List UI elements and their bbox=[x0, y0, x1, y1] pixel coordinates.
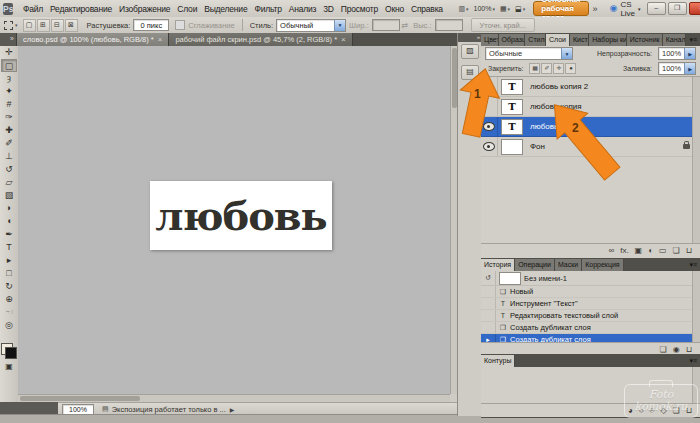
current-tool-selector[interactable]: ▾ bbox=[4, 21, 18, 30]
history-step[interactable]: ❐ Создать дубликат слоя bbox=[481, 322, 700, 334]
shape-tool[interactable]: □ bbox=[1, 267, 17, 280]
tab-color[interactable]: Цвет bbox=[481, 34, 499, 46]
dropdown-arrow-icon[interactable]: ▼ bbox=[561, 48, 572, 59]
width-input[interactable] bbox=[372, 19, 400, 31]
slider-arrow-icon[interactable]: ▶ bbox=[684, 63, 695, 74]
style-dropdown[interactable]: Обычный ▼ bbox=[276, 19, 346, 32]
history-step[interactable]: T Инструмент "Текст" bbox=[481, 298, 700, 310]
screen-mode-icon[interactable]: ⬓▾ bbox=[515, 5, 525, 13]
link-layers-icon[interactable]: ∞ bbox=[608, 245, 614, 257]
subtract-selection-icon[interactable]: ⊟ bbox=[51, 19, 64, 32]
menu-item[interactable]: Редактирование bbox=[47, 1, 116, 17]
slider-arrow-icon[interactable]: ▶ bbox=[684, 48, 695, 59]
layer-style-icon[interactable]: fx. bbox=[620, 245, 628, 257]
dodge-tool[interactable]: ◖ bbox=[1, 215, 17, 228]
blur-tool[interactable]: ◗ bbox=[1, 202, 17, 215]
toolbar-collapse-icon[interactable]: » bbox=[0, 33, 17, 46]
layer-row-selected[interactable]: T любовь bbox=[481, 117, 700, 137]
visibility-toggle[interactable] bbox=[481, 117, 498, 136]
panel-menu-icon[interactable]: ▾≡ bbox=[686, 355, 700, 367]
menu-item[interactable]: Справка bbox=[407, 1, 446, 17]
fill-field[interactable]: 100% ▶ bbox=[658, 62, 696, 75]
eraser-tool[interactable]: ▱ bbox=[1, 176, 17, 189]
blend-mode-dropdown[interactable]: Обычные ▼ bbox=[485, 47, 573, 60]
view-extras-icon[interactable]: ▥▾ bbox=[458, 5, 468, 13]
document-canvas[interactable]: любовь bbox=[150, 181, 332, 250]
hand-tool[interactable]: ☜ bbox=[1, 306, 17, 319]
panel-scrollbar[interactable] bbox=[692, 77, 700, 243]
menu-item[interactable]: Фильтр bbox=[251, 1, 285, 17]
layer-row[interactable]: T любовь копия 2 bbox=[481, 77, 700, 97]
add-selection-icon[interactable]: ⊞ bbox=[37, 19, 50, 32]
tab-channels[interactable]: Каналы bbox=[663, 34, 687, 46]
document-tab-active[interactable]: слово.psd @ 100% (любовь, RGB/8) * × bbox=[17, 33, 169, 46]
menu-item[interactable]: 3D bbox=[320, 1, 337, 17]
tab-brush[interactable]: Кисть bbox=[570, 34, 589, 46]
move-tool[interactable]: ✛ bbox=[1, 46, 17, 59]
swap-dimensions-icon[interactable]: ⇄ bbox=[402, 21, 409, 30]
menu-item[interactable]: Выделение bbox=[201, 1, 251, 17]
history-brush-cell[interactable] bbox=[481, 286, 496, 297]
clone-stamp-tool[interactable]: ⊥ bbox=[1, 150, 17, 163]
tab-masks[interactable]: Маски bbox=[555, 259, 582, 271]
layer-thumbnail[interactable]: T bbox=[501, 99, 523, 115]
path-selection-tool[interactable]: ▸ bbox=[1, 254, 17, 267]
status-expand-icon[interactable]: ▶ bbox=[230, 406, 235, 413]
close-tab-icon[interactable]: × bbox=[158, 35, 163, 44]
dock-panel-icon[interactable]: ▤ bbox=[461, 65, 479, 80]
brush-tool[interactable]: ✐ bbox=[1, 137, 17, 150]
lasso-tool[interactable]: ȝ bbox=[1, 72, 17, 85]
history-step[interactable]: ❏ Новый bbox=[481, 286, 700, 298]
delete-layer-icon[interactable]: ⊔ bbox=[686, 245, 692, 257]
workspace-overflow-button[interactable]: » bbox=[593, 4, 598, 14]
visibility-toggle[interactable] bbox=[481, 137, 498, 156]
restore-button[interactable]: ❐ bbox=[668, 2, 687, 15]
tab-adjustments[interactable]: Коррекция bbox=[582, 259, 623, 271]
menu-item[interactable]: Изображение bbox=[115, 1, 173, 17]
history-step-selected[interactable]: ▸ ❐ Создать дубликат слоя bbox=[481, 334, 700, 342]
layer-row[interactable]: Фон bbox=[481, 137, 700, 157]
antialias-checkbox[interactable] bbox=[175, 20, 185, 30]
zoom-level-control[interactable]: 100%▾ bbox=[474, 5, 495, 12]
history-step[interactable]: T Редактировать текстовый слой bbox=[481, 310, 700, 322]
visibility-toggle[interactable] bbox=[481, 97, 498, 116]
type-tool[interactable]: T bbox=[1, 241, 17, 254]
3d-rotate-tool[interactable]: ↻ bbox=[1, 280, 17, 293]
adjustment-layer-icon[interactable]: ◐ bbox=[648, 245, 653, 257]
menu-item[interactable]: Слои bbox=[174, 1, 201, 17]
layer-thumbnail[interactable]: T bbox=[501, 79, 523, 95]
snapshot-row[interactable]: ↺ Без имени-1 bbox=[481, 271, 700, 286]
close-button[interactable]: × bbox=[689, 2, 700, 15]
panel-menu-icon[interactable]: ▾≡ bbox=[686, 34, 700, 46]
history-brush-cell[interactable] bbox=[481, 310, 496, 321]
dock-expand-icon[interactable]: » bbox=[458, 33, 482, 42]
layer-row[interactable]: T любовь копия bbox=[481, 97, 700, 117]
history-brush-cell[interactable] bbox=[481, 322, 496, 333]
healing-brush-tool[interactable]: ✚ bbox=[1, 124, 17, 137]
history-brush-tool[interactable]: ↺ bbox=[1, 163, 17, 176]
new-selection-icon[interactable]: ▢ bbox=[23, 19, 36, 32]
scrollbar-thumb[interactable] bbox=[20, 396, 140, 401]
document-tab[interactable]: рабочий файл скрин.psd @ 45,7% (2, RGB/8… bbox=[169, 33, 352, 46]
intersect-selection-icon[interactable]: ⊠ bbox=[65, 19, 78, 32]
zoom-tool[interactable]: ◎ bbox=[1, 319, 17, 332]
close-tab-icon[interactable]: × bbox=[341, 35, 346, 44]
tab-paths[interactable]: Контуры bbox=[481, 355, 515, 367]
tab-actions[interactable]: Операции bbox=[515, 259, 555, 271]
quick-mask-button[interactable]: ▣ bbox=[1, 362, 17, 371]
panel-menu-icon[interactable]: ▾≡ bbox=[686, 259, 700, 271]
minimize-button[interactable]: – bbox=[647, 2, 666, 15]
height-input[interactable] bbox=[435, 19, 463, 31]
menu-item[interactable]: Файл bbox=[19, 1, 46, 17]
layer-thumbnail[interactable]: T bbox=[501, 119, 523, 135]
layer-thumbnail[interactable] bbox=[501, 139, 523, 155]
workspace-button[interactable]: Основная рабочая среда bbox=[533, 1, 588, 16]
color-swatches[interactable] bbox=[1, 343, 17, 359]
background-color-swatch[interactable] bbox=[5, 347, 17, 359]
cs-live-button[interactable]: ◉ CS Live▾ bbox=[610, 0, 641, 18]
lock-pixels-icon[interactable]: ✐ bbox=[541, 63, 552, 74]
rectangular-marquee-tool[interactable]: ▢ bbox=[1, 59, 17, 72]
refine-edge-button[interactable]: Уточн. край... bbox=[471, 18, 535, 32]
menu-item[interactable]: Анализ bbox=[285, 1, 320, 17]
tab-brush-presets[interactable]: Наборы кисте bbox=[589, 34, 626, 46]
